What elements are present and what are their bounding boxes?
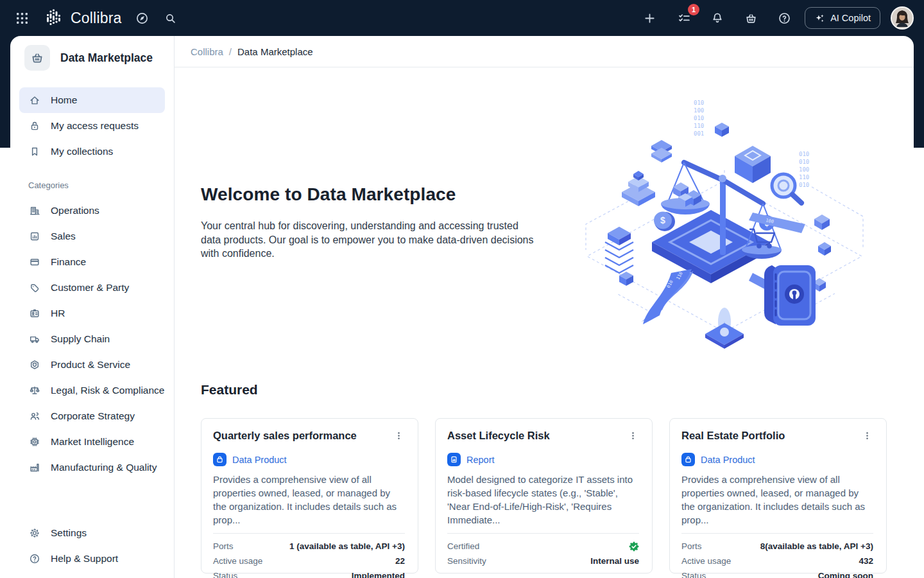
task-count-badge: 1: [688, 4, 699, 15]
home-icon: [29, 94, 40, 106]
kebab-menu-icon[interactable]: [393, 430, 405, 444]
sidebar-item-label: Product & Service: [51, 359, 130, 371]
breadcrumb-separator: /: [229, 46, 232, 57]
data-product-bag-icon: [213, 453, 227, 466]
tag-icon: [29, 282, 40, 293]
brand-wordmark: Collibra: [71, 10, 122, 27]
svg-text:100: 100: [694, 107, 704, 114]
card-title: Quarterly sales performance: [213, 430, 357, 442]
svg-text:010: 010: [799, 159, 809, 165]
gear-icon: [29, 527, 40, 539]
card-description: Model designed to categorize IT assets i…: [447, 473, 639, 527]
sidebar-item-manufacturing-quality[interactable]: Manufacturing & Quality: [19, 455, 165, 480]
basket-icon[interactable]: [739, 6, 762, 30]
kebab-menu-icon[interactable]: [627, 430, 639, 444]
help-icon[interactable]: [773, 6, 796, 30]
notifications-bell-icon[interactable]: [706, 6, 729, 30]
scales-icon: [29, 385, 40, 396]
featured-cards: Quarterly sales performance Data Product…: [201, 418, 887, 574]
meta-row-active-usage: Active usage 22: [213, 554, 405, 568]
sidebar-item-label: My collections: [51, 146, 113, 157]
certified-check-badge-icon: [629, 541, 639, 552]
user-avatar[interactable]: [891, 6, 914, 30]
collibra-logo[interactable]: Collibra: [41, 6, 122, 30]
sidebar-item-label: Home: [51, 94, 77, 106]
id-card-icon: [29, 308, 40, 319]
sidebar-item-market-intelligence[interactable]: Market Intelligence: [19, 429, 165, 455]
sidebar-item-label: Customer & Party: [51, 282, 129, 293]
sidebar-item-label: Settings: [51, 527, 87, 539]
svg-text:010: 010: [799, 182, 809, 188]
sidebar-item-operations[interactable]: Operations: [19, 198, 165, 223]
sidebar-item-supply-chain[interactable]: Supply Chain: [19, 326, 165, 352]
sidebar-item-home[interactable]: Home: [19, 87, 165, 113]
sidebar-header: Data Marketplace: [10, 36, 174, 71]
asset-type-label: Report: [466, 455, 495, 465]
sidebar-item-help-support[interactable]: Help & Support: [19, 546, 165, 572]
categories-section-label: Categories: [28, 180, 69, 190]
sidebar-item-customer-party[interactable]: Customer & Party: [19, 275, 165, 301]
people-icon: [29, 410, 40, 422]
tasks-icon[interactable]: 1: [672, 6, 696, 30]
app-launcher-icon[interactable]: [10, 6, 33, 30]
card-real-estate-portfolio[interactable]: Real Estate Portfolio Data Product Provi…: [669, 418, 887, 574]
svg-text:010: 010: [799, 151, 809, 157]
card-quarterly-sales-performance[interactable]: Quarterly sales performance Data Product…: [201, 418, 418, 574]
card-asset-lifecycle-risk[interactable]: Asset Lifecycle Risk Report Model design…: [435, 418, 653, 574]
sidebar-item-legal-risk-compliance[interactable]: Legal, Risk & Compliance: [19, 378, 165, 403]
sidebar: Data Marketplace Home My access requests…: [10, 36, 175, 578]
data-marketplace-illustration: 010 100 010 110 001 010 010 100 110 010: [560, 84, 889, 349]
meta-row-active-usage: Active usage 432: [681, 554, 873, 568]
sidebar-nav: Home My access requests My collections: [10, 87, 174, 164]
sidebar-app-title: Data Marketplace: [60, 51, 153, 65]
asset-type-label: Data Product: [701, 455, 755, 465]
breadcrumb-current: Data Marketplace: [237, 46, 313, 57]
breadcrumb: Collibra / Data Marketplace: [175, 36, 914, 67]
asset-type-label: Data Product: [232, 455, 287, 465]
sidebar-item-label: Legal, Risk & Compliance: [51, 385, 164, 396]
sidebar-footer: Settings Help & Support: [10, 520, 174, 572]
sidebar-item-label: My access requests: [51, 120, 139, 132]
chip-icon: [29, 436, 40, 448]
sidebar-item-my-collections[interactable]: My collections: [19, 139, 165, 164]
compass-icon[interactable]: [131, 6, 154, 30]
factory-icon: [29, 462, 40, 473]
credit-card-icon: [29, 256, 40, 268]
report-icon: [447, 453, 461, 466]
meta-row-status: Status Coming soon: [681, 568, 873, 578]
sidebar-item-my-access-requests[interactable]: My access requests: [19, 113, 165, 139]
ai-copilot-button[interactable]: AI Copilot: [805, 7, 880, 29]
page-description: Your central hub for discovering, unders…: [201, 219, 541, 261]
meta-row-status: Status Implemented: [213, 568, 405, 578]
sidebar-item-label: Help & Support: [51, 553, 118, 565]
sidebar-item-product-service[interactable]: Product & Service: [19, 352, 165, 378]
chart-icon: [29, 231, 40, 242]
kebab-menu-icon[interactable]: [861, 430, 873, 444]
sparkle-icon: [814, 13, 825, 24]
sidebar-item-settings[interactable]: Settings: [19, 520, 165, 546]
package-icon: [29, 359, 40, 371]
sidebar-item-label: Sales: [51, 231, 76, 242]
sidebar-item-label: Finance: [51, 256, 86, 268]
sidebar-item-label: Supply Chain: [51, 333, 110, 345]
card-description: Provides a comprehensive view of all pro…: [681, 473, 873, 527]
sidebar-item-sales[interactable]: Sales: [19, 223, 165, 249]
sidebar-item-label: Operations: [51, 205, 99, 216]
svg-text:100: 100: [799, 166, 809, 173]
meta-row-ports: Ports 1 (available as table, API +3): [213, 539, 405, 554]
ai-copilot-label: AI Copilot: [830, 13, 871, 23]
add-icon[interactable]: [638, 6, 661, 30]
card-title: Real Estate Portfolio: [681, 430, 785, 442]
card-description: Provides a comprehensive view of all pro…: [213, 473, 405, 527]
sidebar-item-hr[interactable]: HR: [19, 301, 165, 326]
bookmark-icon: [29, 146, 40, 157]
sidebar-item-corporate-strategy[interactable]: Corporate Strategy: [19, 403, 165, 429]
sidebar-item-finance[interactable]: Finance: [19, 249, 165, 275]
sidebar-item-label: Manufacturing & Quality: [51, 462, 157, 473]
lock-icon: [29, 120, 40, 132]
search-icon[interactable]: [159, 6, 182, 30]
svg-text:001: 001: [694, 130, 704, 137]
content-sheet: Data Marketplace Home My access requests…: [10, 36, 914, 578]
top-navbar: Collibra 1 AI Copilot: [0, 0, 924, 36]
breadcrumb-root-link[interactable]: Collibra: [191, 46, 223, 57]
